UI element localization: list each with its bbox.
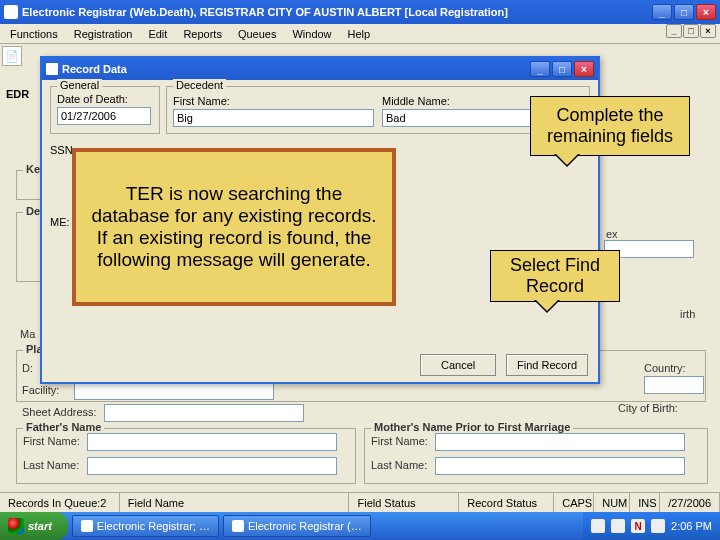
first-name-input[interactable] (173, 109, 374, 127)
record-maximize-button[interactable]: □ (552, 61, 572, 77)
menu-help[interactable]: Help (340, 27, 379, 41)
app-icon (4, 5, 18, 19)
find-record-button[interactable]: Find Record (506, 354, 588, 376)
status-field-status: Field Status (349, 493, 459, 512)
status-records-in-queue: Records In Queue:2 (0, 493, 120, 512)
birth-suffix: irth (680, 308, 695, 320)
mdi-controls: _ □ × (666, 24, 716, 38)
close-button[interactable]: × (696, 4, 716, 20)
restore-button[interactable]: □ (674, 4, 694, 20)
status-record-status: Record Status (459, 493, 554, 512)
callout-searching-message: TER is now searching the database for an… (72, 148, 396, 306)
record-minimize-button[interactable]: _ (530, 61, 550, 77)
father-last-label: Last Name: (23, 459, 79, 471)
sheet-address-input[interactable] (104, 404, 304, 422)
facility-input[interactable] (74, 382, 274, 400)
father-first-label: First Name: (23, 435, 80, 447)
status-field-name: Field Name (120, 493, 350, 512)
status-num: NUM (594, 493, 630, 512)
country-label: Country: (644, 362, 686, 374)
menu-registration[interactable]: Registration (66, 27, 141, 41)
mdi-minimize-button[interactable]: _ (666, 24, 682, 38)
toolbar-icon[interactable]: 📄 (2, 46, 22, 66)
windows-logo-icon (8, 518, 24, 534)
start-button[interactable]: start (0, 512, 68, 540)
menu-reports[interactable]: Reports (175, 27, 230, 41)
cancel-button[interactable]: Cancel (420, 354, 496, 376)
taskbar-item-1[interactable]: Electronic Registrar; … (72, 515, 219, 537)
city-of-birth-label: City of Birth: (618, 402, 678, 414)
app-icon (232, 520, 244, 532)
decedent-legend: Decedent (173, 79, 226, 91)
father-last-input[interactable] (87, 457, 337, 475)
statusbar: Records In Queue:2 Field Name Field Stat… (0, 492, 720, 512)
sex-suffix: ex (606, 228, 618, 240)
tray-icon[interactable] (651, 519, 665, 533)
general-legend: General (57, 79, 102, 91)
mdi-close-button[interactable]: × (700, 24, 716, 38)
group-mothers-name: Mother's Name Prior to First Marriage (371, 421, 573, 433)
sheet-address-label: Sheet Address: (22, 406, 97, 418)
tray-icon[interactable] (611, 519, 625, 533)
menu-queues[interactable]: Queues (230, 27, 285, 41)
status-ins: INS (630, 493, 660, 512)
taskbar: start Electronic Registrar; … Electronic… (0, 512, 720, 540)
father-first-input[interactable] (87, 433, 337, 451)
taskbar-item-2[interactable]: Electronic Registrar (… (223, 515, 371, 537)
mother-first-label: First Name: (371, 435, 428, 447)
app-title: Electronic Registrar (Web.Death), REGIST… (22, 6, 652, 18)
mother-first-input[interactable] (435, 433, 685, 451)
group-fathers-name: Father's Name (23, 421, 104, 433)
record-window-title: Record Data (62, 63, 530, 75)
menubar: Functions Registration Edit Reports Queu… (0, 24, 720, 44)
date-of-death-input[interactable] (57, 107, 151, 125)
menu-window[interactable]: Window (284, 27, 339, 41)
callout-complete-fields: Complete the remaining fields (530, 96, 690, 156)
app-icon (81, 520, 93, 532)
status-date: /27/2006 (660, 493, 720, 512)
ma-label: Ma (20, 328, 35, 340)
tray-clock[interactable]: 2:06 PM (671, 520, 712, 532)
mother-last-label: Last Name: (371, 459, 427, 471)
date-of-death-label: Date of Death: (57, 93, 153, 105)
record-window-icon (46, 63, 58, 75)
facility-label: Facility: (22, 384, 59, 396)
menu-edit[interactable]: Edit (140, 27, 175, 41)
toolbar: 📄 (2, 44, 22, 68)
record-close-button[interactable]: × (574, 61, 594, 77)
mdi-restore-button[interactable]: □ (683, 24, 699, 38)
me-label: ME: (50, 216, 70, 228)
menu-functions[interactable]: Functions (2, 27, 66, 41)
minimize-button[interactable]: _ (652, 4, 672, 20)
system-tray: N 2:06 PM (583, 512, 720, 540)
tray-norton-icon[interactable]: N (631, 519, 645, 533)
main-titlebar: Electronic Registrar (Web.Death), REGIST… (0, 0, 720, 24)
callout-select-find-record: Select Find Record (490, 250, 620, 302)
status-caps: CAPS (554, 493, 594, 512)
d-label: D: (22, 362, 33, 374)
first-name-label: First Name: (173, 95, 374, 107)
country-input[interactable] (644, 376, 704, 394)
tray-icon[interactable] (591, 519, 605, 533)
mother-last-input[interactable] (435, 457, 685, 475)
